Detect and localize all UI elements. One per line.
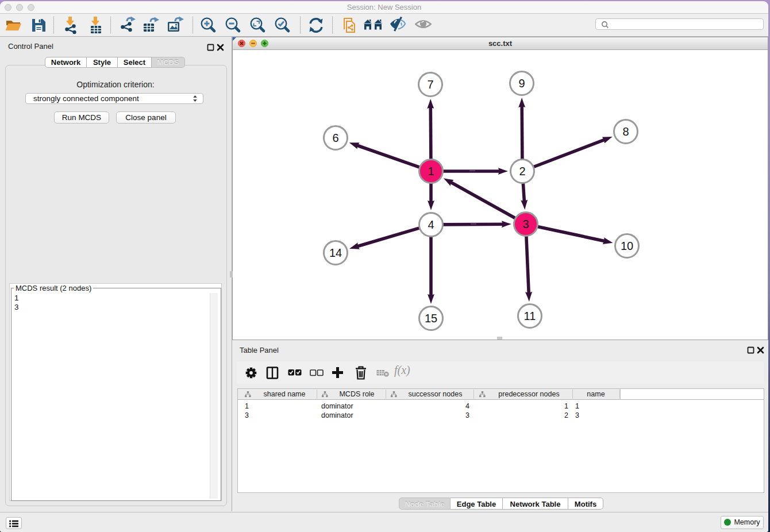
svg-text:11: 11: [524, 310, 536, 322]
svg-text:7: 7: [427, 78, 433, 91]
svg-text:14: 14: [329, 246, 342, 259]
svg-text:2: 2: [519, 165, 525, 178]
svg-text:4: 4: [428, 218, 434, 231]
svg-text:15: 15: [425, 312, 437, 325]
svg-text:3: 3: [522, 218, 529, 230]
svg-text:9: 9: [518, 77, 525, 90]
svg-text:8: 8: [622, 125, 629, 138]
svg-text:6: 6: [332, 132, 338, 144]
svg-text:1: 1: [428, 165, 434, 178]
svg-text:10: 10: [621, 240, 633, 252]
